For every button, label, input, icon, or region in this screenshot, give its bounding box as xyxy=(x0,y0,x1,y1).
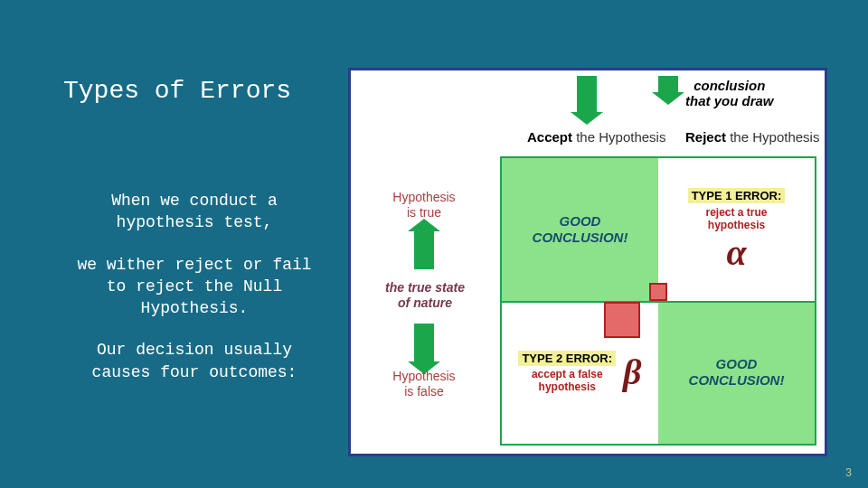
paragraph-1: When we conduct a hypothesis test, xyxy=(68,190,321,234)
arrow-down-icon xyxy=(658,76,678,92)
arrow-down-icon xyxy=(414,324,434,361)
text: CONCLUSION! xyxy=(689,372,785,389)
col-header-reject: Reject the Hypothesis xyxy=(685,129,819,145)
row-header-true: Hypothesis is true xyxy=(374,190,474,221)
body-text: When we conduct a hypothesis test, we wi… xyxy=(68,190,321,403)
text: the Hypothesis xyxy=(726,129,819,145)
beta-region-icon xyxy=(604,302,640,338)
paragraph-2: we wither reject or fail to reject the N… xyxy=(68,254,321,320)
conclusion-label: conclusion that you draw xyxy=(685,78,774,109)
text: accept a false xyxy=(532,369,603,381)
text: Accept xyxy=(527,129,572,145)
text: conclusion xyxy=(685,78,774,93)
text: Hypothesis xyxy=(374,369,474,384)
error-types-diagram: conclusion that you draw Accept the Hypo… xyxy=(348,68,827,456)
text: hypothesis xyxy=(705,220,767,232)
arrow-up-icon xyxy=(414,231,434,269)
text: GOOD xyxy=(533,213,628,230)
slide: Types of Errors When we conduct a hypoth… xyxy=(0,0,868,488)
type1-desc: reject a true hypothesis xyxy=(705,207,767,232)
paragraph-3: Our decision usually causes four outcome… xyxy=(68,339,321,383)
alpha-region-icon xyxy=(649,283,667,301)
text: Hypothesis xyxy=(374,190,474,205)
alpha-symbol: α xyxy=(726,235,746,271)
text: GOOD xyxy=(689,356,785,372)
outcome-grid: GOOD CONCLUSION! TYPE 1 ERROR: reject a … xyxy=(500,156,816,446)
arrow-down-icon xyxy=(577,76,597,112)
slide-title: Types of Errors xyxy=(63,77,291,105)
page-number: 3 xyxy=(845,466,852,479)
type2-title: TYPE 2 ERROR: xyxy=(518,351,616,366)
cell-reject-false: GOOD CONCLUSION! xyxy=(658,301,815,444)
text: the Hypothesis xyxy=(572,129,665,145)
type1-title: TYPE 1 ERROR: xyxy=(688,188,786,203)
col-header-accept: Accept the Hypothesis xyxy=(527,129,665,145)
state-of-nature-label: the true state of nature xyxy=(362,280,488,311)
text: Reject xyxy=(685,129,726,145)
good-conclusion-label: GOOD CONCLUSION! xyxy=(533,213,628,246)
text: of nature xyxy=(362,296,488,311)
cell-reject-true: TYPE 1 ERROR: reject a true hypothesis α xyxy=(658,158,815,301)
text: hypothesis xyxy=(532,381,603,394)
type2-desc: accept a false hypothesis xyxy=(532,369,603,394)
text: CONCLUSION! xyxy=(533,230,628,246)
cell-accept-true: GOOD CONCLUSION! xyxy=(502,158,658,301)
text: that you draw xyxy=(685,93,774,108)
text: is false xyxy=(374,384,474,399)
text: reject a true xyxy=(705,207,767,220)
good-conclusion-label: GOOD CONCLUSION! xyxy=(689,356,785,389)
row-header-false: Hypothesis is false xyxy=(374,369,474,399)
beta-symbol: β xyxy=(623,354,642,390)
text: the true state xyxy=(362,280,488,296)
